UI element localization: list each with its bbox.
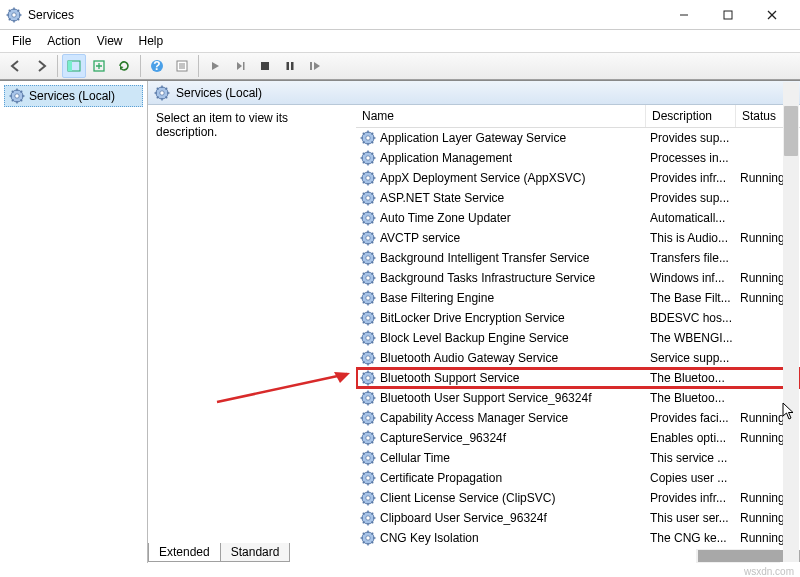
service-name: AppX Deployment Service (AppXSVC): [380, 171, 585, 185]
service-row[interactable]: Bluetooth User Support Service_96324fThe…: [356, 388, 800, 408]
svg-rect-24: [261, 62, 269, 70]
gear-icon: [360, 490, 376, 506]
service-description: Provides faci...: [650, 411, 740, 425]
service-description: The CNG ke...: [650, 531, 740, 545]
service-row[interactable]: Bluetooth Support ServiceThe Bluetoo...: [356, 368, 800, 388]
tree-root-services-local[interactable]: Services (Local): [4, 85, 143, 107]
tab-standard[interactable]: Standard: [220, 543, 291, 562]
service-row[interactable]: ASP.NET State ServiceProvides sup...: [356, 188, 800, 208]
step-button[interactable]: [228, 54, 252, 78]
service-row[interactable]: Bluetooth Audio Gateway ServiceService s…: [356, 348, 800, 368]
service-row[interactable]: Block Level Backup Engine ServiceThe WBE…: [356, 328, 800, 348]
annotation-arrow: [212, 370, 362, 410]
service-row[interactable]: BitLocker Drive Encryption ServiceBDESVC…: [356, 308, 800, 328]
service-name: Application Management: [380, 151, 512, 165]
app-icon: [6, 7, 22, 23]
instruction-text: Select an item to view its description.: [156, 111, 348, 139]
service-description: This service ...: [650, 451, 740, 465]
stop-service-button[interactable]: [253, 54, 277, 78]
properties-button[interactable]: [170, 54, 194, 78]
refresh-button[interactable]: [112, 54, 136, 78]
pause-service-button[interactable]: [278, 54, 302, 78]
main-area: Services (Local) Services (Local) Select…: [0, 80, 800, 563]
view-tabs: Extended Standard: [148, 543, 289, 563]
service-description: Provides infr...: [650, 171, 740, 185]
gear-icon: [360, 290, 376, 306]
service-row[interactable]: Application ManagementProcesses in...: [356, 148, 800, 168]
service-name: Application Layer Gateway Service: [380, 131, 566, 145]
restart-service-button[interactable]: [303, 54, 327, 78]
gear-icon: [360, 470, 376, 486]
menu-help[interactable]: Help: [131, 32, 172, 50]
service-row[interactable]: Client License Service (ClipSVC)Provides…: [356, 488, 800, 508]
service-name: Block Level Backup Engine Service: [380, 331, 569, 345]
service-name: BitLocker Drive Encryption Service: [380, 311, 565, 325]
toolbar: ?: [0, 52, 800, 80]
service-description: The WBENGI...: [650, 331, 740, 345]
svg-rect-15: [68, 61, 72, 71]
horizontal-scrollbar[interactable]: [696, 549, 780, 563]
service-row[interactable]: Background Tasks Infrastructure ServiceW…: [356, 268, 800, 288]
service-row[interactable]: Auto Time Zone UpdaterAutomaticall...: [356, 208, 800, 228]
content-pane: Services (Local) Select an item to view …: [148, 81, 800, 563]
maximize-button[interactable]: [706, 1, 750, 29]
gear-icon: [360, 170, 376, 186]
service-row[interactable]: Application Layer Gateway ServiceProvide…: [356, 128, 800, 148]
content-header: Services (Local): [148, 81, 800, 105]
tree-root-label: Services (Local): [29, 89, 115, 103]
service-description: Windows inf...: [650, 271, 740, 285]
svg-line-28: [217, 374, 347, 402]
help-button[interactable]: ?: [145, 54, 169, 78]
gear-icon: [360, 150, 376, 166]
service-description: Provides sup...: [650, 131, 740, 145]
forward-button[interactable]: [29, 54, 53, 78]
start-service-button[interactable]: [203, 54, 227, 78]
service-row[interactable]: CNG Key IsolationThe CNG ke...Running: [356, 528, 800, 548]
service-name: Background Intelligent Transfer Service: [380, 251, 589, 265]
window-title: Services: [28, 8, 662, 22]
service-row[interactable]: CaptureService_96324fEnables opti...Runn…: [356, 428, 800, 448]
col-description[interactable]: Description: [646, 105, 736, 127]
gear-icon: [360, 310, 376, 326]
service-row[interactable]: Certificate PropagationCopies user ...: [356, 468, 800, 488]
export-list-button[interactable]: [87, 54, 111, 78]
gear-icon: [360, 270, 376, 286]
content-header-title: Services (Local): [176, 86, 262, 100]
gear-icon: [360, 330, 376, 346]
menu-view[interactable]: View: [89, 32, 131, 50]
service-name: Background Tasks Infrastructure Service: [380, 271, 595, 285]
service-row[interactable]: Cellular TimeThis service ...: [356, 448, 800, 468]
service-description: The Bluetoo...: [650, 391, 740, 405]
vertical-scrollbar[interactable]: [783, 82, 799, 562]
service-name: CaptureService_96324f: [380, 431, 506, 445]
service-description: Provides sup...: [650, 191, 740, 205]
service-row[interactable]: Clipboard User Service_96324fThis user s…: [356, 508, 800, 528]
menu-file[interactable]: File: [4, 32, 39, 50]
col-name[interactable]: Name: [356, 105, 646, 127]
v-scroll-thumb[interactable]: [784, 106, 798, 156]
service-row[interactable]: Base Filtering EngineThe Base Filt...Run…: [356, 288, 800, 308]
gear-icon: [360, 450, 376, 466]
svg-text:?: ?: [153, 59, 160, 73]
gear-icon: [360, 530, 376, 546]
gear-icon: [360, 250, 376, 266]
service-name: Base Filtering Engine: [380, 291, 494, 305]
tab-extended[interactable]: Extended: [148, 543, 221, 562]
service-row[interactable]: AVCTP serviceThis is Audio...Running: [356, 228, 800, 248]
show-hide-tree-button[interactable]: [62, 54, 86, 78]
service-name: Bluetooth User Support Service_96324f: [380, 391, 591, 405]
mouse-cursor-icon: [782, 402, 796, 420]
service-name: CNG Key Isolation: [380, 531, 479, 545]
service-name: Bluetooth Support Service: [380, 371, 519, 385]
service-row[interactable]: Capability Access Manager ServiceProvide…: [356, 408, 800, 428]
close-button[interactable]: [750, 1, 794, 29]
gear-icon: [360, 190, 376, 206]
service-row[interactable]: AppX Deployment Service (AppXSVC)Provide…: [356, 168, 800, 188]
gear-icon: [154, 85, 170, 101]
minimize-button[interactable]: [662, 1, 706, 29]
gear-icon: [9, 88, 25, 104]
service-row[interactable]: Background Intelligent Transfer ServiceT…: [356, 248, 800, 268]
back-button[interactable]: [4, 54, 28, 78]
menu-action[interactable]: Action: [39, 32, 88, 50]
service-description: Automaticall...: [650, 211, 740, 225]
